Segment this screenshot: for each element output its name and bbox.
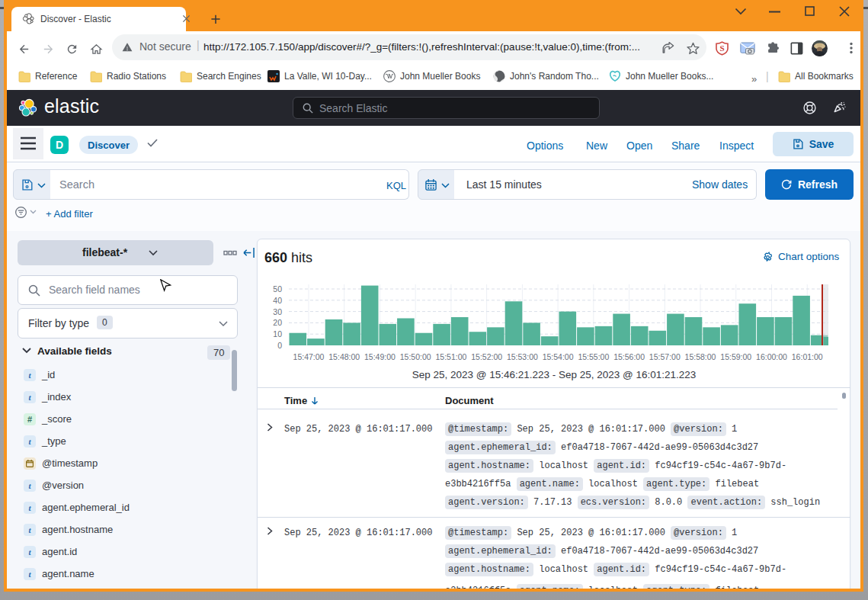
svg-text:S: S bbox=[719, 43, 724, 53]
